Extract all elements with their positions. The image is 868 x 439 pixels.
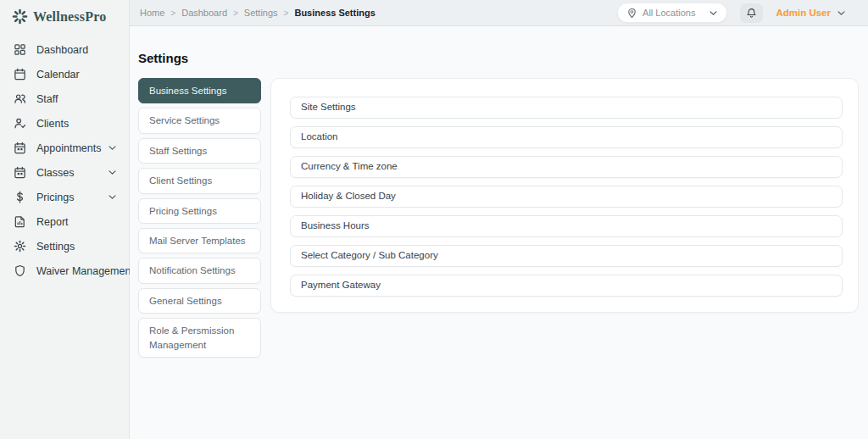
sidebar-item-label: Appointments xyxy=(36,142,101,154)
page-title: Settings xyxy=(138,51,859,66)
sidebar-item-classes[interactable]: Classes xyxy=(0,160,129,185)
accordion-currency-timezone[interactable]: Currency & Time zone xyxy=(290,156,843,178)
sidebar-item-label: Report xyxy=(36,216,69,228)
accordion-business-hours[interactable]: Business Hours xyxy=(290,215,843,237)
asterisk-logo-icon xyxy=(11,8,29,25)
location-selector-label: All Locations xyxy=(643,8,695,18)
sidebar-item-label: Settings xyxy=(36,241,75,253)
chevron-down-icon xyxy=(108,168,117,177)
sidebar-nav: Dashboard Calendar Staff Clients Appoint… xyxy=(0,37,129,283)
file-chart-icon xyxy=(14,215,26,228)
settings-tab-list: Business Settings Service Settings Staff… xyxy=(138,78,261,362)
business-settings-panel: Site Settings Location Currency & Time z… xyxy=(270,78,859,313)
location-selector[interactable]: All Locations xyxy=(617,3,727,23)
accordion-payment-gateway[interactable]: Payment Gateway xyxy=(290,275,843,297)
breadcrumb-separator: > xyxy=(284,8,289,18)
calendar-event-icon xyxy=(14,142,26,154)
settings-layout: Business Settings Service Settings Staff… xyxy=(138,78,859,362)
notifications-button[interactable] xyxy=(740,3,763,23)
tab-role-permission-management[interactable]: Role & Persmission Management xyxy=(138,318,261,358)
dollar-icon xyxy=(14,191,26,203)
tab-pricing-settings[interactable]: Pricing Settings xyxy=(138,198,261,224)
user-menu-label: Admin User xyxy=(776,8,831,18)
sidebar-item-staff[interactable]: Staff xyxy=(0,86,129,111)
person-check-icon xyxy=(14,117,26,130)
accordion-site-settings[interactable]: Site Settings xyxy=(290,97,843,119)
accordion-location[interactable]: Location xyxy=(290,126,843,148)
people-icon xyxy=(14,92,26,105)
sidebar-item-label: Calendar xyxy=(36,69,80,81)
chevron-down-icon xyxy=(108,143,117,153)
tab-service-settings[interactable]: Service Settings xyxy=(138,108,261,133)
topbar-actions: All Locations Admin User xyxy=(617,3,846,23)
tab-general-settings[interactable]: General Settings xyxy=(138,288,261,314)
main-column: Home > Dashboard > Settings > Business S… xyxy=(130,0,868,439)
tab-staff-settings[interactable]: Staff Settings xyxy=(138,138,261,164)
sidebar-item-report[interactable]: Report xyxy=(0,209,129,234)
chevron-down-icon xyxy=(837,8,846,18)
sidebar-item-label: Classes xyxy=(36,167,74,179)
tab-business-settings[interactable]: Business Settings xyxy=(138,78,261,103)
sidebar-item-label: Waiver Management xyxy=(36,265,134,277)
bell-icon xyxy=(746,8,757,19)
sidebar-item-waiver-management[interactable]: Waiver Management xyxy=(0,258,129,283)
brand-logo[interactable]: WellnessPro xyxy=(0,6,129,32)
breadcrumb: Home > Dashboard > Settings > Business S… xyxy=(140,8,376,18)
accordion-holiday-closed-day[interactable]: Holiday & Closed Day xyxy=(290,186,843,208)
gear-icon xyxy=(14,240,26,253)
sidebar-item-pricings[interactable]: Pricings xyxy=(0,185,129,209)
chevron-down-icon xyxy=(108,192,117,202)
breadcrumb-current: Business Settings xyxy=(294,8,375,18)
tab-client-settings[interactable]: Client Settings xyxy=(138,168,261,193)
dashboard-grid-icon xyxy=(14,43,26,56)
breadcrumb-separator: > xyxy=(233,8,238,18)
breadcrumb-separator: > xyxy=(170,8,175,18)
tab-notification-settings[interactable]: Notification Settings xyxy=(138,258,261,283)
calendar-icon xyxy=(14,68,26,81)
topbar: Home > Dashboard > Settings > Business S… xyxy=(130,0,868,26)
sidebar-item-dashboard[interactable]: Dashboard xyxy=(0,37,129,62)
accordion-select-category[interactable]: Select Category / Sub Category xyxy=(290,245,843,267)
app-window: WellnessPro Dashboard Calendar Staff Cli… xyxy=(0,0,868,439)
sidebar-item-label: Staff xyxy=(36,93,58,105)
sidebar-item-appointments[interactable]: Appointments xyxy=(0,136,129,160)
breadcrumb-link-home[interactable]: Home xyxy=(140,8,164,18)
map-pin-icon xyxy=(626,8,637,19)
breadcrumb-link-dashboard[interactable]: Dashboard xyxy=(181,8,227,18)
breadcrumb-link-settings[interactable]: Settings xyxy=(244,8,278,18)
shield-icon xyxy=(14,264,26,277)
sidebar-item-clients[interactable]: Clients xyxy=(0,111,129,136)
sidebar-item-calendar[interactable]: Calendar xyxy=(0,62,129,86)
settings-page: Settings Business Settings Service Setti… xyxy=(130,26,868,439)
sidebar: WellnessPro Dashboard Calendar Staff Cli… xyxy=(0,0,130,439)
chevron-down-icon xyxy=(709,8,718,18)
tab-mail-server-templates[interactable]: Mail Server Templates xyxy=(138,228,261,253)
sidebar-item-label: Clients xyxy=(36,118,69,130)
user-menu[interactable]: Admin User xyxy=(776,8,846,18)
calendar-event-icon xyxy=(14,166,26,179)
brand-name: WellnessPro xyxy=(33,9,106,25)
sidebar-item-label: Pricings xyxy=(36,192,74,203)
sidebar-item-label: Dashboard xyxy=(36,44,88,56)
sidebar-item-settings[interactable]: Settings xyxy=(0,234,129,258)
